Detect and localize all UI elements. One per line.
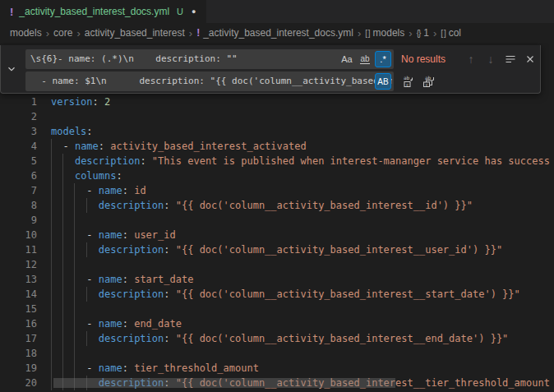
indent-guide: [86, 198, 87, 213]
breadcrumb-separator: ›: [188, 27, 193, 39]
breadcrumb-item-_activity_based_interest_docs.yml[interactable]: !_activity_based_interest_docs.yml: [196, 27, 353, 39]
code-area: 1version: 223models:4 - name: activity_b…: [0, 95, 554, 390]
replace-input[interactable]: - name: $1\n description: "{{ doc('colum…: [25, 71, 394, 91]
code-line-text: description: "{{ doc('column__activity_b…: [0, 198, 554, 213]
code-line[interactable]: 16 - name: end_date: [0, 316, 554, 331]
chevron-down-icon: [6, 63, 17, 75]
breadcrumb-item-models[interactable]: models: [10, 27, 42, 39]
breadcrumb-item-1[interactable]: {}1: [417, 27, 429, 39]
indent-guide: [86, 331, 87, 346]
indent-guide: [51, 302, 52, 316]
code-line[interactable]: 5 description: "This event is published …: [0, 154, 554, 168]
code-line[interactable]: 19 - name: tier_threshold_amount: [0, 361, 554, 376]
symbol-array-icon: [ ]: [365, 29, 369, 38]
line-number: 13: [0, 272, 37, 287]
code-line[interactable]: 13 - name: start_date: [0, 272, 554, 287]
indent-guide: [74, 228, 75, 242]
line-number: 9: [0, 213, 37, 228]
indent-guide: [51, 287, 52, 302]
code-line[interactable]: 18: [0, 346, 554, 361]
next-match-button[interactable]: ↓: [482, 50, 500, 68]
indent-guide: [51, 346, 52, 361]
code-line-text: description: "This event is published wh…: [0, 154, 554, 168]
code-line[interactable]: 8 description: "{{ doc('column__activity…: [0, 198, 554, 213]
line-number: 19: [0, 361, 37, 376]
code-line-text: description: "{{ doc('column__activity_b…: [0, 287, 554, 302]
code-line[interactable]: 9: [0, 213, 554, 228]
code-line[interactable]: 17 description: "{{ doc('column__activit…: [0, 331, 554, 346]
tab-title: _activity_based_interest_docs.yml: [19, 6, 169, 17]
indent-guide: [62, 213, 63, 228]
indent-guide: [62, 257, 63, 272]
line-number: 2: [0, 109, 37, 124]
indent-guide: [51, 272, 52, 287]
breadcrumb-separator: ›: [408, 27, 413, 39]
code-line[interactable]: 6 columns:: [0, 168, 554, 183]
breadcrumb-label: 1: [423, 27, 429, 39]
indent-guide: [51, 242, 52, 257]
line-number: 12: [0, 257, 37, 272]
replace-all-button[interactable]: ab c: [420, 72, 438, 90]
replace-all-icon: ab c: [422, 75, 436, 88]
indent-guide: [62, 316, 63, 331]
svg-text:c: c: [406, 82, 409, 87]
code-line[interactable]: 1version: 2: [0, 95, 554, 109]
indent-guide: [74, 316, 75, 331]
toggle-replace-chevron[interactable]: [1, 45, 22, 93]
close-icon: [524, 53, 536, 65]
line-number: 5: [0, 154, 37, 168]
indent-guide: [62, 183, 63, 198]
indent-guide: [51, 316, 52, 331]
code-line[interactable]: 14 description: "{{ doc('column__activit…: [0, 287, 554, 302]
code-line[interactable]: 12: [0, 257, 554, 272]
code-line[interactable]: 11 description: "{{ doc('column__activit…: [0, 242, 554, 257]
code-line-text: version: 2: [0, 95, 554, 109]
editor[interactable]: 1version: 223models:4 - name: activity_b…: [0, 43, 554, 392]
regex-toggle[interactable]: .*: [375, 51, 391, 67]
arrow-down-icon: ↓: [488, 53, 494, 66]
horizontal-scrollbar[interactable]: [53, 378, 395, 388]
close-find-button[interactable]: [521, 50, 539, 68]
code-line[interactable]: 3models:: [0, 124, 554, 139]
replace-input-value: - name: $1\n description: "{{ doc('colum…: [30, 71, 392, 91]
tab-bar: ! _activity_based_interest_docs.yml U ●: [0, 0, 554, 23]
tab-activity-based-interest-docs[interactable]: ! _activity_based_interest_docs.yml U ●: [0, 0, 206, 23]
code-line[interactable]: 10 - name: user_id: [0, 228, 554, 242]
selection-icon: [504, 53, 517, 66]
code-line[interactable]: 4 - name: activity_based_interest_activa…: [0, 139, 554, 154]
indent-guide: [62, 302, 63, 316]
line-number: 3: [0, 124, 37, 139]
code-line[interactable]: 7 - name: id: [0, 183, 554, 198]
indent-guide: [74, 302, 75, 316]
indent-guide: [74, 331, 75, 346]
breadcrumb-item-models[interactable]: [ ]models: [365, 27, 404, 39]
code-line[interactable]: 2: [0, 109, 554, 124]
indent-guide: [51, 257, 52, 272]
code-line-text: description: "{{ doc('column__activity_b…: [0, 242, 554, 257]
git-untracked-badge: U: [177, 7, 183, 16]
replace-button[interactable]: ab c: [400, 72, 418, 90]
preserve-case-toggle[interactable]: AB: [375, 73, 391, 90]
svg-text:ab: ab: [404, 75, 410, 81]
line-number: 6: [0, 168, 37, 183]
indent-guide: [74, 183, 75, 198]
indent-guide: [62, 198, 63, 213]
breadcrumb-item-core[interactable]: core: [53, 27, 72, 39]
line-number: 4: [0, 139, 37, 154]
indent-guide: [51, 198, 52, 213]
code-line-text: - name: start_date: [0, 272, 554, 287]
find-in-selection-button[interactable]: [501, 50, 519, 68]
line-number: 15: [0, 302, 37, 316]
code-line[interactable]: 15: [0, 302, 554, 316]
whole-word-toggle[interactable]: ab: [357, 51, 373, 67]
breadcrumb-item-activity_based_interest[interactable]: activity_based_interest: [85, 27, 185, 39]
find-input[interactable]: \s{6}- name: (.*)\n description: "" Aa a…: [25, 49, 394, 69]
match-case-toggle[interactable]: Aa: [339, 51, 355, 67]
code-line-text: - name: id: [0, 183, 554, 198]
previous-match-button[interactable]: ↑: [462, 50, 480, 68]
line-number: 10: [0, 228, 37, 242]
breadcrumb-item-col[interactable]: [ ]col: [441, 27, 461, 39]
line-number: 18: [0, 346, 37, 361]
unsaved-dot-icon[interactable]: ●: [192, 7, 196, 16]
breadcrumb-separator: ›: [357, 27, 362, 39]
